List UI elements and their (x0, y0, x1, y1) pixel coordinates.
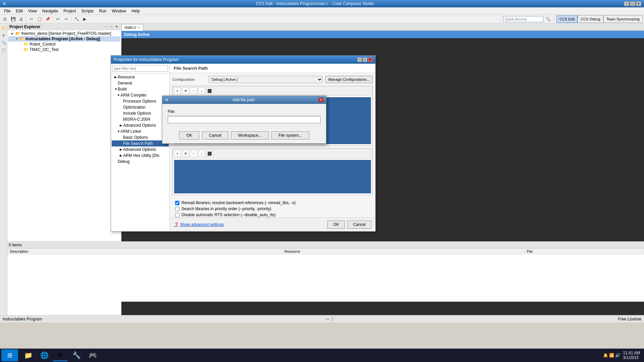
maximize-button[interactable]: □ (630, 1, 635, 6)
add-file-ok-btn[interactable]: OK (179, 131, 199, 139)
toolbar-sep-2 (53, 16, 53, 22)
checkbox-disable-auto-rts[interactable] (175, 213, 179, 217)
taskbar-file-explorer[interactable]: 📁 (21, 349, 36, 361)
quick-access-icon[interactable]: 🔍 (545, 15, 552, 23)
file-remove-btn-1[interactable]: ✕ (182, 87, 189, 94)
tree-item-instructables[interactable]: ▼ 📂 Instructables Program [Active - Debu… (8, 36, 120, 42)
dtree-arm-linker[interactable]: ▼ ARM Linker (112, 128, 169, 134)
add-file-title-label: Add file path (168, 98, 319, 102)
sidebar-icon-2[interactable]: ⚙ (1, 32, 7, 38)
perspective-ccs-debug[interactable]: CCS Debug (578, 15, 603, 23)
show-advanced-link[interactable]: ❓ Show advanced settings (174, 222, 224, 227)
menu-run[interactable]: Run (96, 8, 109, 14)
dtree-arrow-armhex: ▶ (120, 154, 123, 157)
close-button[interactable]: ✕ (636, 1, 641, 6)
panel-menu-btn[interactable]: ▼ (114, 24, 119, 29)
properties-maximize-btn[interactable]: □ (363, 57, 367, 62)
dtree-advanced-options-2[interactable]: ▶ Advanced Options (112, 146, 169, 153)
file-remove-btn-2[interactable]: ✕ (182, 150, 189, 157)
toolbar-btn-3[interactable]: 🖨 (17, 15, 25, 23)
start-button[interactable]: ⊞ (1, 349, 18, 361)
perspective-ccs-edit[interactable]: CCS Edit (556, 15, 578, 23)
dtree-debug[interactable]: Debug (112, 159, 169, 165)
dtree-arm-hex[interactable]: ▶ ARM Hex Utility [Dis (112, 153, 169, 159)
add-file-filesystem-btn[interactable]: File system... (271, 131, 309, 139)
file-action-btn-2[interactable]: ⬛ (206, 150, 213, 157)
sidebar-icon-4[interactable]: 📋 (1, 47, 7, 53)
add-file-workspace-btn[interactable]: Workspace... (231, 131, 269, 139)
menu-edit[interactable]: Edit (13, 8, 25, 14)
panel-maximize-btn[interactable]: □ (109, 24, 114, 29)
properties-dialog-title: Properties for Instructables Program ─ □… (111, 56, 375, 64)
toolbar-build-btn[interactable]: 🔨 (73, 15, 80, 23)
add-file-input[interactable] (168, 116, 321, 123)
toolbar-btn-7[interactable]: ↩ (54, 15, 62, 23)
add-file-close-btn[interactable]: ✕ (319, 98, 323, 102)
taskbar-browser[interactable]: 🌐 (37, 349, 52, 361)
panel-minimize-btn[interactable]: ─ (104, 24, 108, 29)
toolbar-btn-2[interactable]: 💾 (9, 15, 17, 23)
taskbar-time: 11:41 AM (623, 351, 640, 355)
checkbox-reread-libs[interactable] (175, 201, 179, 205)
sidebar-icon-1[interactable]: 📁 (1, 25, 7, 31)
tree-item-robot[interactable]: 📁 Robot_Control (8, 42, 120, 47)
taskbar-app-3[interactable]: 🔧 (69, 349, 84, 361)
file-up-btn-2[interactable]: ↑ (190, 150, 197, 157)
menu-file[interactable]: File (1, 8, 13, 14)
menu-scripts[interactable]: Scripts (79, 8, 97, 14)
menu-project[interactable]: Project (61, 8, 78, 14)
dtree-arm-compiler[interactable]: ▼ ARM Compiler (112, 92, 169, 98)
dtree-resource[interactable]: ▶ Resource (112, 74, 169, 80)
menu-help[interactable]: Help (129, 8, 143, 14)
file-add-btn-2[interactable]: + (174, 150, 181, 157)
toolbar-btn-4[interactable]: ✂ (28, 15, 35, 23)
properties-ok-btn[interactable]: OK (327, 221, 344, 229)
file-add-btn-1[interactable]: + (174, 87, 181, 94)
toolbar-btn-1[interactable]: ⊡ (1, 15, 9, 23)
file-action-btn-1[interactable]: ⬛ (206, 87, 213, 94)
dtree-file-search-path[interactable]: File Search Path (112, 140, 169, 146)
minimize-button[interactable]: ─ (624, 1, 629, 6)
menu-window[interactable]: Window (109, 8, 129, 14)
file-down-btn-1[interactable]: ↓ (198, 87, 205, 94)
menu-navigate[interactable]: Navigate (40, 8, 61, 14)
menu-view[interactable]: View (25, 8, 40, 14)
properties-minimize-btn[interactable]: ─ (357, 57, 362, 62)
dtree-processor-options[interactable]: Processor Options (112, 98, 169, 104)
file-toolbar-2: + ✕ ↑ ↓ ⬛ (173, 149, 372, 159)
dtree-include-options[interactable]: Include Options (112, 110, 169, 116)
editor-tab-main[interactable]: main.c ✕ (121, 24, 143, 31)
help-icon: ❓ (174, 222, 179, 227)
toolbar-btn-5[interactable]: 📋 (36, 15, 43, 23)
properties-filter-input[interactable] (112, 65, 168, 72)
tree-item-tm4c[interactable]: 📁 TM4C_I2C_Test (8, 47, 120, 52)
dtree-misra[interactable]: MISRA-C:2004 (112, 116, 169, 122)
dtree-build[interactable]: ▼ Build (112, 86, 169, 92)
properties-cancel-btn[interactable]: Cancel (347, 221, 371, 229)
file-down-btn-2[interactable]: ↓ (198, 150, 205, 157)
toolbar-btn-8[interactable]: ↪ (62, 15, 70, 23)
toolbar-btn-6[interactable]: 📌 (44, 15, 51, 23)
tree-item-freertos[interactable]: ▶ 📂 freertos_demo [Senior-Project_FreeRT… (8, 31, 120, 36)
quick-access-input[interactable] (503, 16, 543, 22)
toolbar-debug-btn[interactable]: ▶ (81, 15, 88, 23)
project-explorer-title: Project Explorer ─ □ ▼ (7, 23, 121, 30)
dtree-basic-options[interactable]: Basic Options (112, 134, 169, 140)
tree-arrow-freertos: ▶ (11, 32, 15, 35)
properties-tree: ▶ Resource General ▼ Build (111, 73, 169, 165)
properties-close-btn[interactable]: ✕ (368, 57, 373, 62)
tab-close-btn[interactable]: ✕ (138, 26, 140, 29)
manage-configurations-btn[interactable]: Manage Configurations... (325, 76, 373, 83)
sidebar-icon-3[interactable]: 🔍 (1, 40, 7, 46)
properties-dialog-content: ▶ Resource General ▼ Build (111, 64, 375, 231)
dtree-optimization[interactable]: Optimization (112, 104, 169, 110)
taskbar-app-4[interactable]: 🎮 (85, 349, 100, 361)
perspective-team-sync[interactable]: Team Synchronizing (603, 15, 643, 23)
file-up-btn-1[interactable]: ↑ (190, 87, 197, 94)
dtree-general[interactable]: General (112, 80, 169, 86)
checkbox-priority-order[interactable] (175, 207, 179, 211)
add-file-cancel-btn[interactable]: Cancel (202, 131, 228, 139)
config-select[interactable]: Debug [ Active ] (209, 76, 323, 83)
dtree-advanced-options-1[interactable]: ▶ Advanced Options (112, 122, 169, 128)
taskbar-ccs[interactable]: ⚙ (53, 349, 68, 361)
